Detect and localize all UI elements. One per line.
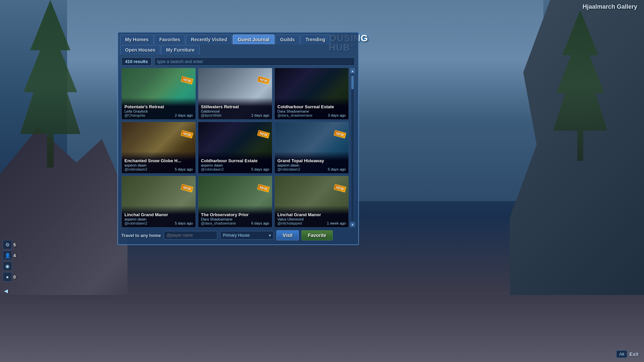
hud-icon-count: 4	[13, 253, 18, 258]
exit-label[interactable]: Exit	[629, 351, 639, 357]
bg-ground	[0, 295, 644, 362]
card-owner: Dara Shadowmane	[201, 217, 269, 221]
visit-button[interactable]: Visit	[276, 230, 299, 240]
house-select-wrapper: Primary HouseSecond HouseThird House ▼	[220, 231, 274, 240]
tab-open-houses[interactable]: Open Houses	[120, 45, 160, 55]
hud-icon-count: 5	[13, 242, 18, 247]
card-item[interactable]: NEW Linchal Grand Manor Valus Ulrennord …	[274, 176, 349, 228]
card-owner: aspenn dawn	[201, 163, 269, 167]
card-owner: aspenn dawn	[124, 163, 193, 167]
search-bar: 410 results	[118, 55, 358, 68]
card-time: 2 days ago	[175, 113, 193, 117]
main-panel: My HomesFavoritesRecently VisitedGuest J…	[117, 32, 359, 245]
player-name-input[interactable]	[164, 231, 217, 240]
scroll-down-arrow[interactable]: ▼	[350, 222, 355, 227]
card-title: Grand Topal Hideaway	[277, 158, 346, 163]
results-count: 410 results	[121, 57, 152, 66]
card-time: 6 days ago	[251, 221, 269, 225]
tab-my-homes[interactable]: My Homes	[120, 35, 154, 44]
hud-icon-item: ◉	[3, 261, 18, 271]
card-time: 2 days ago	[251, 113, 269, 117]
card-time: 5 days ago	[251, 167, 269, 171]
house-select[interactable]: Primary HouseSecond HouseThird House	[220, 231, 274, 240]
hud-icon: 👤	[3, 251, 12, 260]
card-title: Linchal Grand Manor	[277, 212, 346, 217]
card-owner: Dara Shadowmane	[277, 109, 346, 113]
tab-my-furniture[interactable]: My Furniture	[161, 45, 200, 55]
card-owner: aspenn dawn	[277, 163, 346, 167]
hud-icon-count: 0	[13, 275, 18, 280]
bottom-bar: Travel to any home Primary HouseSecond H…	[118, 228, 358, 242]
cards-area: NEW Potentate's Retreat Leila Graylock @…	[118, 68, 358, 228]
favorite-button[interactable]: Favorite	[302, 230, 332, 240]
travel-label: Travel to any home	[121, 233, 161, 238]
scroll-up-arrow[interactable]: ▲	[350, 68, 355, 73]
tab-trending[interactable]: Trending	[301, 35, 330, 44]
hud-icon: ⚙	[3, 240, 12, 249]
hud-icons: ⚙ 5 👤 4 ◉ ● 0	[3, 240, 18, 282]
card-title: Potentate's Retreat	[124, 104, 193, 109]
hud-icon-item: ⚙ 5	[3, 240, 18, 249]
card-owner: Leila Graylock	[124, 109, 193, 113]
card-time: 5 days ago	[175, 167, 193, 171]
card-title: Enchanted Snow Globe H...	[124, 158, 193, 163]
tab-recently-visited[interactable]: Recently Visited	[186, 35, 232, 44]
card-time: 1 week ago	[327, 221, 346, 225]
card-item[interactable]: NEW Potentate's Retreat Leila Graylock @…	[121, 68, 196, 120]
tab-bar: My HomesFavoritesRecently VisitedGuest J…	[118, 33, 358, 55]
search-input[interactable]	[154, 57, 355, 66]
hud-icon-item: ● 0	[3, 272, 18, 282]
card-owner: Valus Ulrennord	[277, 217, 346, 221]
scroll-thumb[interactable]	[352, 76, 354, 89]
card-title: The Orbservatory Prior	[201, 212, 269, 217]
cards-grid: NEW Potentate's Retreat Leila Graylock @…	[121, 68, 349, 228]
tab-guilds[interactable]: Guilds	[275, 35, 300, 44]
card-time: 3 days ago	[328, 113, 346, 117]
card-item[interactable]: NEW Linchal Grand Manor aspenn dawn @rob…	[121, 176, 196, 228]
card-title: Coldharbour Surreal Estate	[201, 158, 269, 163]
tab-guest-journal[interactable]: Guest Journal	[233, 35, 274, 44]
card-item[interactable]: NEW Enchanted Snow Globe H... aspenn daw…	[121, 122, 196, 174]
alt-key: Alt	[616, 350, 627, 358]
card-item[interactable]: NEW The Orbservatory Prior Dara Shadowma…	[198, 176, 272, 228]
card-time: 5 days ago	[175, 221, 193, 225]
hud-icon: ●	[3, 272, 12, 282]
hud-icon: ◉	[3, 261, 12, 271]
card-owner: aspenn dawn	[124, 217, 193, 221]
exit-button-area: Alt Exit	[616, 350, 639, 358]
card-item[interactable]: NEW Coldharbour Surreal Estate aspenn da…	[198, 122, 272, 174]
scroll-track	[351, 74, 354, 222]
card-title: Stillwaters Retreat	[201, 104, 269, 109]
card-item[interactable]: NEW Stillwaters Retreat Gäldoressë @kjor…	[198, 68, 272, 120]
card-title: Coldharbour Surreal Estate	[277, 104, 346, 109]
page-title: Hjaalmarch Gallery	[583, 3, 637, 10]
nav-arrow[interactable]: ◄	[3, 287, 9, 295]
tab-favorites[interactable]: Favorites	[154, 35, 185, 44]
card-title: Linchal Grand Manor	[124, 212, 193, 217]
card-owner: Gäldoressë	[201, 109, 269, 113]
card-item[interactable]: Coldharbour Surreal Estate Dara Shadowma…	[274, 68, 349, 120]
hud-icon-item: 👤 4	[3, 251, 18, 260]
scrollbar: ▲ ▼	[350, 68, 355, 228]
card-time: 5 days ago	[328, 167, 346, 171]
card-item[interactable]: NEW Grand Topal Hideaway aspenn dawn @ro…	[274, 122, 349, 174]
